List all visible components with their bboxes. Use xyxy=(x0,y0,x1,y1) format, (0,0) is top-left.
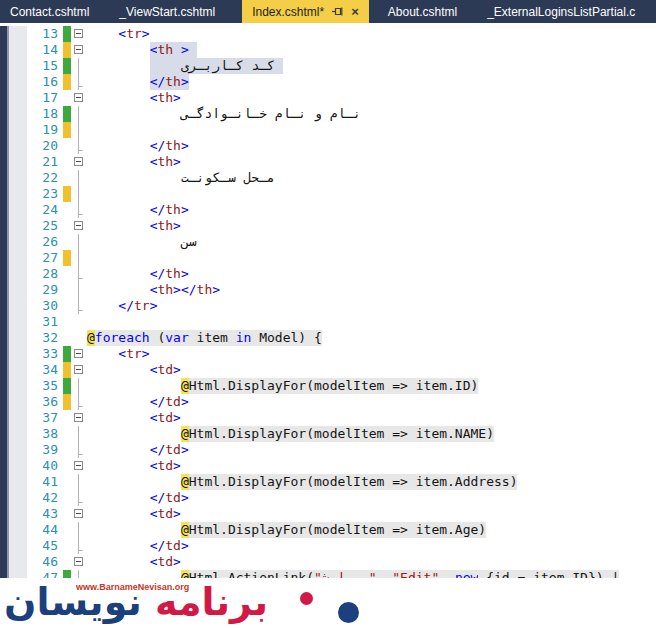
glyph-margin[interactable] xyxy=(9,42,27,58)
outline-line xyxy=(78,170,79,186)
code-text[interactable]: @Html.DisplayFor(modelItem => item.Age) xyxy=(87,522,656,538)
collapse-toggle-icon[interactable] xyxy=(71,554,87,570)
left-edge-strip xyxy=(0,506,9,522)
code-text[interactable]: <td> xyxy=(87,362,656,378)
outline-guide xyxy=(71,298,87,314)
code-text[interactable]: <th> xyxy=(87,90,656,106)
glyph-margin[interactable] xyxy=(9,202,27,218)
collapse-toggle-icon[interactable] xyxy=(71,362,87,378)
glyph-margin[interactable] xyxy=(9,506,27,522)
glyph-margin[interactable] xyxy=(9,330,27,346)
tab-about-cshtml[interactable]: About.cshtml xyxy=(373,0,472,23)
code-text[interactable] xyxy=(87,186,656,202)
code-text[interactable]: <td> xyxy=(87,506,656,522)
tab-index-cshtml[interactable]: Index.cshtml*× xyxy=(242,0,369,23)
line-number: 31 xyxy=(27,314,63,330)
collapse-box-glyph xyxy=(74,413,83,422)
glyph-margin[interactable] xyxy=(9,250,27,266)
collapse-toggle-icon[interactable] xyxy=(71,154,87,170)
glyph-margin[interactable] xyxy=(9,314,27,330)
tab-contact-cshtml[interactable]: Contact.cshtml xyxy=(0,0,104,23)
glyph-margin[interactable] xyxy=(9,426,27,442)
code-text[interactable]: <th></th> xyxy=(87,282,656,298)
code-text[interactable]: <td> xyxy=(87,410,656,426)
code-text[interactable]: سن xyxy=(87,234,656,250)
tab-viewstart-cshtml[interactable]: _ViewStart.cshtml xyxy=(104,0,230,23)
collapse-toggle-icon[interactable] xyxy=(71,26,87,42)
code-text[interactable]: </th> xyxy=(87,138,656,154)
glyph-margin[interactable] xyxy=(9,282,27,298)
glyph-margin[interactable] xyxy=(9,266,27,282)
code-text[interactable]: @Html.DisplayFor(modelItem => item.Addre… xyxy=(87,474,656,490)
glyph-margin[interactable] xyxy=(9,58,27,74)
glyph-margin[interactable] xyxy=(9,122,27,138)
glyph-margin[interactable] xyxy=(9,218,27,234)
code-token: in xyxy=(236,330,252,346)
code-text[interactable]: @foreach (var item in Model) { xyxy=(87,330,656,346)
glyph-margin[interactable] xyxy=(9,74,27,90)
code-text[interactable]: </td> xyxy=(87,442,656,458)
code-token: Html.DisplayFor(modelItem => item.Age) xyxy=(189,522,486,538)
glyph-margin[interactable] xyxy=(9,298,27,314)
glyph-margin[interactable] xyxy=(9,170,27,186)
code-token xyxy=(87,266,150,282)
code-text[interactable]: <th> xyxy=(87,154,656,170)
glyph-margin[interactable] xyxy=(9,490,27,506)
glyph-margin[interactable] xyxy=(9,234,27,250)
collapse-toggle-icon[interactable] xyxy=(71,90,87,106)
change-bar xyxy=(63,138,71,154)
glyph-margin[interactable] xyxy=(9,458,27,474)
glyph-margin[interactable] xyxy=(9,26,27,42)
left-edge-strip xyxy=(0,138,9,154)
code-line: 14 <th > xyxy=(0,42,656,58)
code-text[interactable]: <td> xyxy=(87,458,656,474)
collapse-toggle-icon[interactable] xyxy=(71,458,87,474)
code-text[interactable]: مـحل سـکونـت xyxy=(87,170,656,186)
glyph-margin[interactable] xyxy=(9,474,27,490)
glyph-margin[interactable] xyxy=(9,90,27,106)
code-text[interactable]: نـام و نـام خـانـوادگـی xyxy=(87,106,656,122)
pin-icon[interactable] xyxy=(331,5,344,18)
code-text[interactable]: </th> xyxy=(87,74,656,90)
glyph-margin[interactable] xyxy=(9,106,27,122)
collapse-toggle-icon[interactable] xyxy=(71,410,87,426)
collapse-toggle-icon[interactable] xyxy=(71,42,87,58)
glyph-margin[interactable] xyxy=(9,554,27,570)
code-text[interactable]: <td> xyxy=(87,554,656,570)
code-text[interactable]: </td> xyxy=(87,538,656,554)
code-text[interactable] xyxy=(87,314,656,330)
glyph-margin[interactable] xyxy=(9,522,27,538)
close-icon[interactable]: × xyxy=(351,5,359,18)
code-text[interactable]: </th> xyxy=(87,202,656,218)
code-text[interactable]: @Html.DisplayFor(modelItem => item.ID) xyxy=(87,378,656,394)
code-text[interactable]: </td> xyxy=(87,490,656,506)
code-line: 41 @Html.DisplayFor(modelItem => item.Ad… xyxy=(0,474,656,490)
code-text[interactable]: </td> xyxy=(87,394,656,410)
glyph-margin[interactable] xyxy=(9,186,27,202)
code-text[interactable] xyxy=(87,122,656,138)
code-text[interactable]: </tr> xyxy=(87,298,656,314)
collapse-toggle-icon[interactable] xyxy=(71,346,87,362)
code-text[interactable] xyxy=(87,250,656,266)
code-text[interactable]: <th > xyxy=(87,42,656,58)
glyph-margin[interactable] xyxy=(9,378,27,394)
tab-externalloginslistpartial-c[interactable]: _ExternalLoginsListPartial.c xyxy=(472,0,650,23)
collapse-toggle-icon[interactable] xyxy=(71,506,87,522)
glyph-margin[interactable] xyxy=(9,538,27,554)
outline-guide xyxy=(71,58,87,74)
code-text[interactable]: <tr> xyxy=(87,346,656,362)
glyph-margin[interactable] xyxy=(9,442,27,458)
glyph-margin[interactable] xyxy=(9,138,27,154)
glyph-margin[interactable] xyxy=(9,410,27,426)
code-text[interactable]: کـد کـاربـری xyxy=(87,58,656,74)
code-text[interactable]: <th> xyxy=(87,218,656,234)
left-edge-strip xyxy=(0,282,9,298)
glyph-margin[interactable] xyxy=(9,154,27,170)
code-text[interactable]: @Html.DisplayFor(modelItem => item.NAME) xyxy=(87,426,656,442)
collapse-toggle-icon[interactable] xyxy=(71,218,87,234)
code-text[interactable]: <tr> xyxy=(87,26,656,42)
glyph-margin[interactable] xyxy=(9,346,27,362)
glyph-margin[interactable] xyxy=(9,362,27,378)
code-text[interactable]: </th> xyxy=(87,266,656,282)
glyph-margin[interactable] xyxy=(9,394,27,410)
